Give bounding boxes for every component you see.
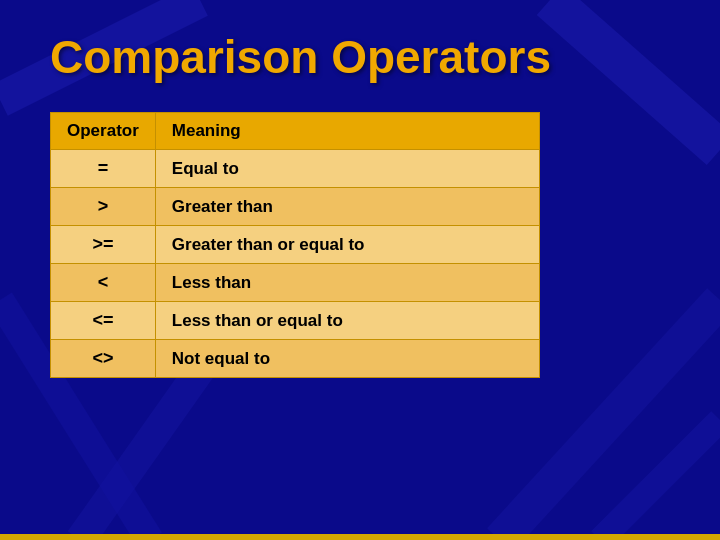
table-row: >=Greater than or equal to: [51, 226, 540, 264]
table-header-meaning: Meaning: [155, 113, 539, 150]
meaning-cell: Equal to: [155, 150, 539, 188]
meaning-cell: Greater than or equal to: [155, 226, 539, 264]
meaning-cell: Less than or equal to: [155, 302, 539, 340]
operator-cell: >=: [51, 226, 156, 264]
operator-cell: <>: [51, 340, 156, 378]
table-row: =Equal to: [51, 150, 540, 188]
bottom-accent-bar: [0, 534, 720, 540]
page-title: Comparison Operators: [50, 30, 670, 84]
operator-cell: =: [51, 150, 156, 188]
table-row: >Greater than: [51, 188, 540, 226]
table-row: <Less than: [51, 264, 540, 302]
meaning-cell: Not equal to: [155, 340, 539, 378]
operator-cell: <=: [51, 302, 156, 340]
comparison-operators-table: Operator Meaning =Equal to>Greater than>…: [50, 112, 540, 378]
svg-line-4: [600, 420, 720, 540]
table-row: <>Not equal to: [51, 340, 540, 378]
meaning-cell: Greater than: [155, 188, 539, 226]
table-row: <=Less than or equal to: [51, 302, 540, 340]
table-header-operator: Operator: [51, 113, 156, 150]
operator-cell: <: [51, 264, 156, 302]
operator-cell: >: [51, 188, 156, 226]
meaning-cell: Less than: [155, 264, 539, 302]
